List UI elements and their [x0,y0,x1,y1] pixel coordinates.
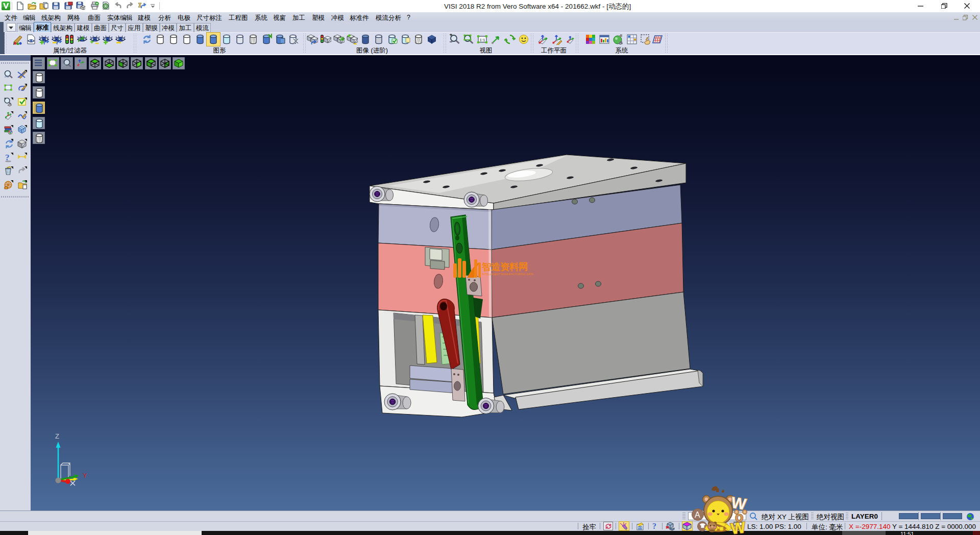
svg-text:W: W [730,519,747,535]
svg-text:Y: Y [83,472,87,479]
svg-text:Z: Z [55,432,59,440]
svg-text:?: ? [652,522,656,530]
svg-text:智造资料网: 智造资料网 [481,261,528,272]
svg-text:INTELLIGENT MANUFACTURING DATA: INTELLIGENT MANUFACTURING DATA [482,273,534,276]
svg-text:A: A [695,510,700,519]
